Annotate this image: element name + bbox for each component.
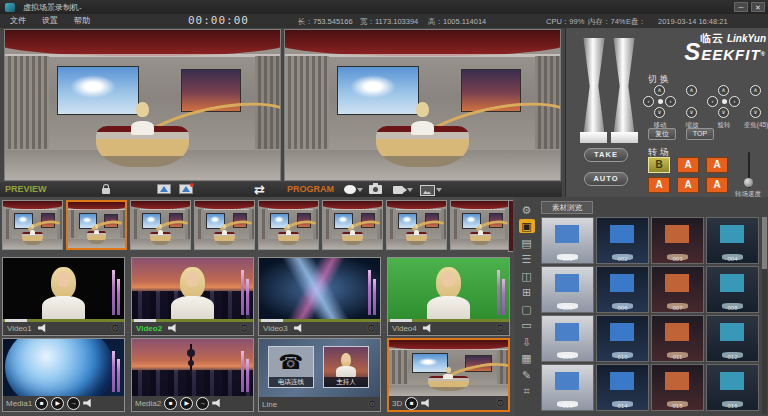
transition-speed-slider[interactable] [744,152,754,188]
video4-panel[interactable]: Video4 ⚙ [387,257,510,336]
scene-template-tile[interactable]: 016 [706,364,759,411]
sidebar-icon-list[interactable]: ☰ [519,252,535,266]
transition-pattern-button[interactable]: A [706,157,728,173]
video3-panel[interactable]: Video3 ⚙ [258,257,381,336]
video2-panel[interactable]: Video2 ⚙ [131,257,254,336]
gear-icon[interactable]: ⚙ [366,323,376,334]
line-panel[interactable]: ☎ 电话连线 主持人 Line ⚙ [258,338,381,412]
gallery-scrollbar[interactable] [762,217,767,414]
preview-strip-thumbnail[interactable] [194,200,255,250]
gear-icon[interactable]: ⚙ [239,323,249,334]
scene-template-tile[interactable]: 011 [651,315,704,362]
pad-zoom-in-button[interactable]: ∧ [750,85,761,96]
sidebar-icon-grid[interactable]: ⊞ [519,285,535,299]
speaker-icon[interactable] [294,324,305,333]
preview-monitor[interactable] [4,29,281,181]
media1-panel[interactable]: Media1 ■ ▶ → [2,338,125,412]
sidebar-icon-save[interactable]: ▣ [519,219,535,233]
pad-rotate-right-button[interactable]: › [729,96,740,107]
scene-template-tile[interactable]: 003 [651,217,704,264]
speaker-icon[interactable] [423,324,434,333]
swap-icon[interactable]: ⇄ [254,182,265,197]
media2-stop-button[interactable]: ■ [164,397,177,410]
host-tile[interactable]: 主持人 [323,346,369,388]
scene-template-tile[interactable]: 012 [706,315,759,362]
video2-progress[interactable] [132,319,253,322]
pad-move-down-button[interactable]: ∨ [654,107,665,118]
scene-template-tile[interactable]: 007 [651,266,704,313]
t-bar-handle-right[interactable] [612,38,636,134]
sidebar-icon-display[interactable]: ▢ [519,302,535,316]
pad-rotate-down-button[interactable]: ∨ [718,107,729,118]
record-dropdown-caret[interactable] [357,188,363,192]
sidebar-icon-edit[interactable]: ✎ [519,368,535,382]
media1-stop-button[interactable]: ■ [35,397,48,410]
menu-settings[interactable]: 设置 [36,14,64,28]
reset-button[interactable]: 复位 [648,128,676,140]
pad-scale-up-button[interactable]: ∧ [686,85,697,96]
scene-template-tile[interactable]: 013 [541,364,594,411]
preview-strip-thumbnail[interactable] [450,200,511,250]
video3-progress[interactable] [259,319,380,322]
scrollbar-thumb[interactable] [762,217,767,269]
speaker-icon[interactable] [421,399,432,408]
video1-panel[interactable]: Video1 ⚙ [2,257,125,336]
transition-pattern-button[interactable]: A [677,177,699,193]
lock-icon[interactable] [102,188,110,194]
stream-dropdown-caret[interactable] [407,188,413,192]
material-browse-tab[interactable]: 素材浏览 [541,201,593,214]
preview-strip-thumbnail[interactable] [258,200,319,250]
t-bar-fader[interactable] [580,38,644,148]
menu-file[interactable]: 文件 [4,14,32,28]
auto-button[interactable]: AUTO [584,172,628,186]
pad-move-up-button[interactable]: ∧ [654,85,665,96]
video4-progress[interactable] [388,319,509,322]
overlay-picture-icon[interactable] [420,185,435,196]
preview-strip-thumbnail[interactable] [322,200,383,250]
pad-move-right-button[interactable]: › [665,96,676,107]
sidebar-icon-settings[interactable]: ⚙ [519,203,535,217]
scene-template-tile[interactable]: 001 [541,217,594,264]
transition-pattern-button[interactable]: B [648,157,670,173]
transition-pattern-button[interactable]: A [677,157,699,173]
scene-template-tile[interactable]: 005 [541,266,594,313]
scene-template-tile[interactable]: 008 [706,266,759,313]
pad-scale-down-button[interactable]: ∨ [686,107,697,118]
overlay-image-button-1[interactable] [157,184,171,194]
sidebar-icon-media[interactable]: ▦ [519,351,535,365]
pad-rotate-left-button[interactable]: ‹ [707,96,718,107]
scene-template-tile[interactable]: 009 [541,315,594,362]
gear-icon[interactable]: ⚙ [495,398,505,409]
phone-line-tile[interactable]: ☎ 电话连线 [268,346,314,388]
scene-template-tile[interactable]: 002 [596,217,649,264]
stream-button[interactable] [393,186,403,194]
scene-template-tile[interactable]: 014 [596,364,649,411]
top-button[interactable]: TOP [686,128,714,140]
gear-icon[interactable]: ⚙ [110,323,120,334]
pad-rotate-up-button[interactable]: ∧ [718,85,729,96]
media2-loop-button[interactable]: → [196,397,209,410]
minimize-button[interactable]: ─ [734,2,748,12]
scene-template-tile[interactable]: 015 [651,364,704,411]
sidebar-icon-cards[interactable]: ◫ [519,269,535,283]
pad-zoom-out-button[interactable]: ∨ [750,107,761,118]
gear-icon[interactable]: ⚙ [495,323,505,334]
record-button[interactable] [344,185,356,194]
transition-pattern-button[interactable]: A [648,177,670,193]
video1-progress[interactable] [3,319,124,322]
snapshot-button[interactable] [369,185,382,194]
scene-template-tile[interactable]: 006 [596,266,649,313]
media1-loop-button[interactable]: → [67,397,80,410]
menu-help[interactable]: 帮助 [68,14,96,28]
sidebar-icon-scenes[interactable]: ▤ [519,236,535,250]
sidebar-icon-bar[interactable]: ▭ [519,318,535,332]
scene-template-tile[interactable]: 010 [596,315,649,362]
sidebar-icon-download[interactable]: ⇩ [519,335,535,349]
close-button[interactable]: ✕ [751,2,765,12]
preview-strip-thumbnail[interactable] [66,200,127,250]
pad-move-left-button[interactable]: ‹ [643,96,654,107]
speaker-icon[interactable] [212,399,223,408]
preview-strip-thumbnail[interactable] [386,200,447,250]
speaker-icon[interactable] [168,324,179,333]
program-monitor[interactable] [284,29,561,181]
